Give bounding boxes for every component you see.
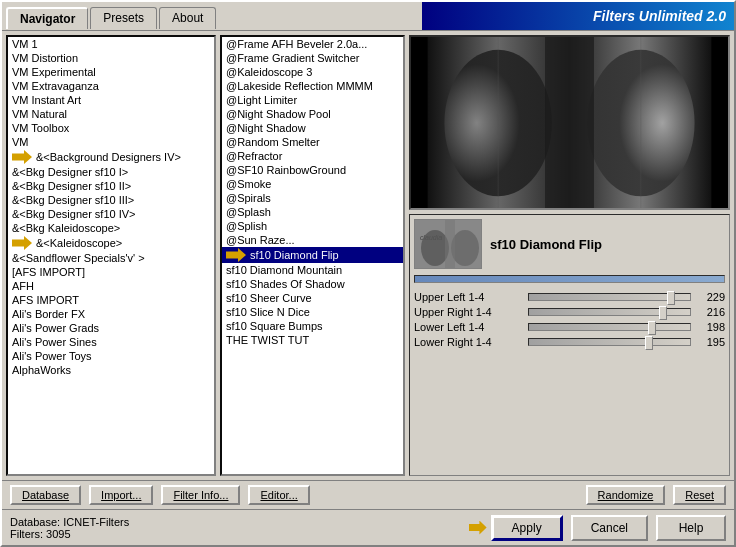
category-list-item[interactable]: VM Distortion bbox=[8, 51, 214, 65]
category-list-item[interactable]: VM Toolbox bbox=[8, 121, 214, 135]
category-list-item[interactable]: &<Bkg Designer sf10 I> bbox=[8, 165, 214, 179]
filter-list-item[interactable]: @Kaleidoscope 3 bbox=[222, 65, 403, 79]
bottom-toolbar: Database Import... Filter Info... Editor… bbox=[2, 480, 734, 509]
action-buttons: Apply Cancel Help bbox=[491, 515, 726, 541]
slider-track[interactable] bbox=[528, 308, 691, 316]
slider-value: 229 bbox=[695, 291, 725, 303]
list-item-label: AFS IMPORT bbox=[12, 294, 79, 306]
apply-button[interactable]: Apply bbox=[491, 515, 563, 541]
tab-about[interactable]: About bbox=[159, 7, 216, 29]
slider-track[interactable] bbox=[528, 293, 691, 301]
list-item-label: &<Bkg Designer sf10 II> bbox=[12, 180, 131, 192]
category-list-item[interactable]: &<Background Designers IV> bbox=[8, 149, 214, 165]
filter-list-item[interactable]: @Lakeside Reflection MMMM bbox=[222, 79, 403, 93]
category-list-item[interactable]: VM bbox=[8, 135, 214, 149]
database-status: Database: ICNET-Filters bbox=[10, 516, 129, 528]
category-list-item[interactable]: Ali's Power Grads bbox=[8, 321, 214, 335]
slider-thumb[interactable] bbox=[667, 291, 675, 305]
list-item-label: Ali's Power Sines bbox=[12, 336, 97, 348]
list-item-label: &<Bkg Designer sf10 III> bbox=[12, 194, 134, 206]
filter-item-label: sf10 Shades Of Shadow bbox=[226, 278, 345, 290]
tab-presets[interactable]: Presets bbox=[90, 7, 157, 29]
help-button[interactable]: Help bbox=[656, 515, 726, 541]
filter-list-item[interactable]: @Light Limiter bbox=[222, 93, 403, 107]
filter-list-item[interactable]: @Refractor bbox=[222, 149, 403, 163]
filter-list[interactable]: @Frame AFH Beveler 2.0a...@Frame Gradien… bbox=[220, 35, 405, 476]
status-text: Database: ICNET-Filters Filters: 3095 bbox=[10, 516, 129, 540]
filter-list-item[interactable]: @Night Shadow Pool bbox=[222, 107, 403, 121]
list-item-label: Ali's Power Toys bbox=[12, 350, 92, 362]
category-list-item[interactable]: &<Bkg Designer sf10 II> bbox=[8, 179, 214, 193]
category-list-item[interactable]: &<Bkg Designer sf10 IV> bbox=[8, 207, 214, 221]
filter-list-item[interactable]: @Smoke bbox=[222, 177, 403, 191]
category-list-item[interactable]: [AFS IMPORT] bbox=[8, 265, 214, 279]
filter-list-item[interactable]: sf10 Shades Of Shadow bbox=[222, 277, 403, 291]
category-list-item[interactable]: VM Natural bbox=[8, 107, 214, 121]
list-item-label: VM Instant Art bbox=[12, 94, 81, 106]
filter-list-item[interactable]: @Frame AFH Beveler 2.0a... bbox=[222, 37, 403, 51]
list-item-label: &<Bkg Designer sf10 IV> bbox=[12, 208, 136, 220]
randomize-button[interactable]: Randomize bbox=[586, 485, 666, 505]
title-bar: Filters Unlimited 2.0 bbox=[422, 2, 734, 30]
category-list-item[interactable]: &<Sandflower Specials'v' > bbox=[8, 251, 214, 265]
reset-button[interactable]: Reset bbox=[673, 485, 726, 505]
filter-item-label: @Frame Gradient Switcher bbox=[226, 52, 359, 64]
filter-list-item[interactable]: @Random Smelter bbox=[222, 135, 403, 149]
import-button[interactable]: Import... bbox=[89, 485, 153, 505]
filter-list-item[interactable]: sf10 Square Bumps bbox=[222, 319, 403, 333]
filter-item-label: @Kaleidoscope 3 bbox=[226, 66, 312, 78]
list-item-label: &<Sandflower Specials'v' > bbox=[12, 252, 145, 264]
category-list-item[interactable]: AlphaWorks bbox=[8, 363, 214, 377]
slider-thumb[interactable] bbox=[645, 336, 653, 350]
filter-item-label: sf10 Slice N Dice bbox=[226, 306, 310, 318]
category-list-item[interactable]: VM Instant Art bbox=[8, 93, 214, 107]
filter-list-item[interactable]: @Night Shadow bbox=[222, 121, 403, 135]
cancel-button[interactable]: Cancel bbox=[571, 515, 648, 541]
editor-button[interactable]: Editor... bbox=[248, 485, 309, 505]
filter-item-label: @Random Smelter bbox=[226, 136, 320, 148]
progress-bar bbox=[414, 275, 725, 283]
list-item-label: AlphaWorks bbox=[12, 364, 71, 376]
filter-list-item[interactable]: sf10 Diamond Flip bbox=[222, 247, 403, 263]
svg-rect-11 bbox=[445, 220, 455, 269]
title-bar-wrapper: Navigator Presets About Filters Unlimite… bbox=[2, 2, 734, 30]
filter-info-button[interactable]: Filter Info... bbox=[161, 485, 240, 505]
category-list-item[interactable]: &<Bkg Kaleidoscope> bbox=[8, 221, 214, 235]
slider-track[interactable] bbox=[528, 323, 691, 331]
slider-row: Lower Left 1-4198 bbox=[414, 321, 725, 333]
filter-list-item[interactable]: @Frame Gradient Switcher bbox=[222, 51, 403, 65]
main-window: Navigator Presets About Filters Unlimite… bbox=[0, 0, 736, 547]
filter-list-item[interactable]: sf10 Slice N Dice bbox=[222, 305, 403, 319]
category-list-item[interactable]: Ali's Border FX bbox=[8, 307, 214, 321]
category-list-item[interactable]: &<Bkg Designer sf10 III> bbox=[8, 193, 214, 207]
filter-list-item[interactable]: sf10 Sheer Curve bbox=[222, 291, 403, 305]
database-button[interactable]: Database bbox=[10, 485, 81, 505]
filter-list-item[interactable]: THE TWIST TUT bbox=[222, 333, 403, 347]
list-item-label: &<Background Designers IV> bbox=[36, 151, 181, 163]
filter-item-label: @Frame AFH Beveler 2.0a... bbox=[226, 38, 367, 50]
list-item-label: Ali's Power Grads bbox=[12, 322, 99, 334]
category-list-item[interactable]: Ali's Power Sines bbox=[8, 335, 214, 349]
category-list-item[interactable]: VM 1 bbox=[8, 37, 214, 51]
content-area: VM 1VM DistortionVM ExperimentalVM Extra… bbox=[2, 30, 734, 480]
filter-list-item[interactable]: @SF10 RainbowGround bbox=[222, 163, 403, 177]
filter-list-item[interactable]: @Splash bbox=[222, 205, 403, 219]
category-list-item[interactable]: VM Extravaganza bbox=[8, 79, 214, 93]
slider-label: Upper Right 1-4 bbox=[414, 306, 524, 318]
slider-thumb[interactable] bbox=[648, 321, 656, 335]
filter-item-label: @SF10 RainbowGround bbox=[226, 164, 346, 176]
category-list-item[interactable]: AFH bbox=[8, 279, 214, 293]
slider-track[interactable] bbox=[528, 338, 691, 346]
category-list-item[interactable]: Ali's Power Toys bbox=[8, 349, 214, 363]
list-item-label: VM Experimental bbox=[12, 66, 96, 78]
slider-thumb[interactable] bbox=[659, 306, 667, 320]
filter-list-item[interactable]: sf10 Diamond Mountain bbox=[222, 263, 403, 277]
filter-list-item[interactable]: @Splish bbox=[222, 219, 403, 233]
category-list-item[interactable]: VM Experimental bbox=[8, 65, 214, 79]
tab-navigator[interactable]: Navigator bbox=[6, 7, 88, 29]
category-list[interactable]: VM 1VM DistortionVM ExperimentalVM Extra… bbox=[6, 35, 216, 476]
category-list-item[interactable]: &<Kaleidoscope> bbox=[8, 235, 214, 251]
filter-list-item[interactable]: @Spirals bbox=[222, 191, 403, 205]
filter-list-item[interactable]: @Sun Raze... bbox=[222, 233, 403, 247]
category-list-item[interactable]: AFS IMPORT bbox=[8, 293, 214, 307]
